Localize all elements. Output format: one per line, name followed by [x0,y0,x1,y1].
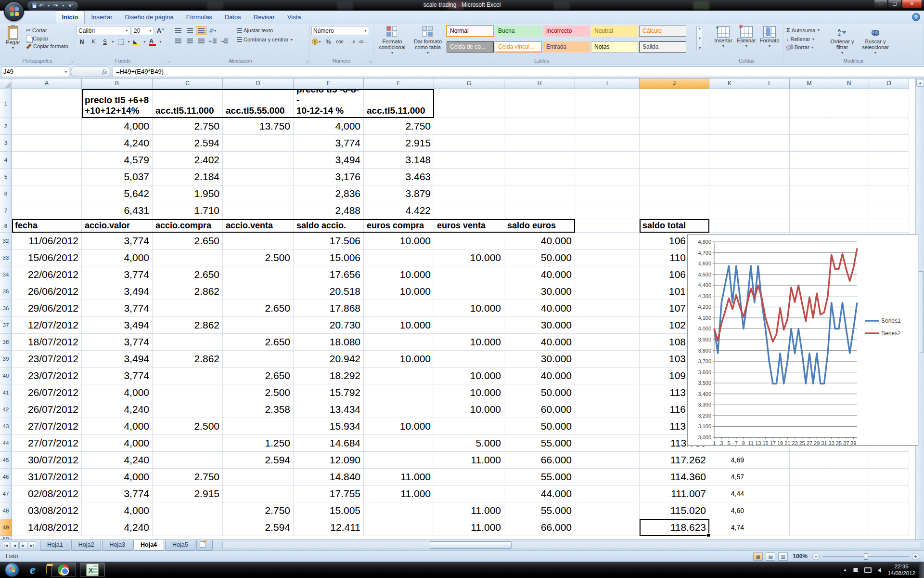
orientation-icon[interactable]: ab▼ [207,26,218,35]
cell-D2[interactable]: 13.750 [223,118,294,135]
cell-I47[interactable] [575,486,640,502]
font-size-combo[interactable]: 20▼ [132,26,154,35]
cell-D41[interactable]: 2.500 [223,384,294,401]
cell-F36[interactable] [364,300,434,317]
cell-J3[interactable] [640,135,709,152]
scroll-up-icon[interactable]: ▲ [916,79,924,87]
cell-K47[interactable]: 4,44 [709,486,750,502]
row-header-7[interactable]: 7 [0,202,12,219]
cell-A45[interactable]: 30/07/2012 [12,452,82,469]
cell-D42[interactable]: 2.358 [223,401,294,418]
cell-I49[interactable] [575,519,640,536]
cell-style-celda-vincul-[interactable]: Celda vincul... [495,41,542,53]
cell-B32[interactable]: 3,774 [82,233,153,250]
fill-color-dropdown-icon[interactable]: ▼ [143,40,146,43]
delete-cells-button[interactable]: ✕ Eliminar▼ [735,25,758,50]
cell-K45[interactable]: 4,69 [709,452,750,469]
cell-H39[interactable]: 30.000 [504,351,575,368]
format-painter-button[interactable]: Copiar formato [25,43,70,50]
prev-sheet-icon[interactable]: ◀ [11,541,19,549]
cell-E46[interactable]: 14.840 [294,469,364,486]
cell-G38[interactable]: 10.000 [434,334,504,351]
cell-G1[interactable] [434,89,504,118]
cell-M45[interactable] [790,452,829,469]
conditional-formatting-button[interactable]: Formato condicional▼ [375,25,410,57]
row-header-49[interactable]: 49 [0,519,12,536]
cell-G39[interactable] [434,351,504,368]
tab-revisar[interactable]: Revisar [247,11,281,24]
cell-L2[interactable] [750,118,790,135]
row-header-4[interactable]: 4 [0,152,12,169]
cell-N47[interactable] [829,486,869,502]
cell-B35[interactable]: 3,494 [82,283,153,300]
cell-C4[interactable]: 2.402 [153,152,223,169]
redo-dropdown-icon[interactable]: ▾ [62,1,64,10]
cell-A48[interactable]: 03/08/2012 [12,502,82,519]
cell-E43[interactable]: 15.934 [294,418,364,435]
cell-E34[interactable]: 17.656 [294,266,364,283]
cell-I48[interactable] [575,502,640,519]
cell-C33[interactable] [153,250,223,266]
wrap-text-button[interactable]: Ajustar texto [235,27,295,34]
cell-J6[interactable] [640,185,709,202]
cell-H47[interactable]: 44.000 [504,486,575,502]
file-explorer-icon[interactable] [46,565,47,574]
zoom-slider[interactable] [822,556,909,557]
cell-L6[interactable] [750,185,790,202]
merge-center-button[interactable]: Combinar y centrar▼ [235,36,295,43]
cell-I33[interactable] [575,250,640,266]
cell-style-buena[interactable]: Buena [495,26,542,37]
page-layout-view-icon[interactable]: ▤ [766,552,775,561]
cell-C7[interactable]: 1.710 [153,202,223,219]
internet-explorer-icon[interactable]: e [30,563,36,577]
cell-style-entrada[interactable]: Entrada [543,41,590,53]
row-header-41[interactable]: 41 [0,384,12,401]
number-format-combo[interactable]: Número▼ [311,26,369,35]
cell-D8[interactable]: accio.venta [223,219,294,233]
cell-N8[interactable] [829,219,869,233]
cell-B3[interactable]: 4,240 [82,135,153,152]
cell-H41[interactable]: 50.000 [504,384,575,401]
cell-C8[interactable]: accio.compra [153,219,223,233]
cell-N7[interactable] [829,202,869,219]
sheet-tab-hoja2[interactable]: Hoja2 [71,540,102,551]
cell-F47[interactable]: 11.000 [364,486,434,502]
column-header-D[interactable]: D [223,79,294,89]
cell-H32[interactable]: 40.000 [504,233,575,250]
cell-K49[interactable]: 4,74 [709,519,750,536]
undo-dropdown-icon[interactable]: ▾ [48,1,50,10]
column-header-E[interactable]: E [294,79,364,89]
zoom-in-icon[interactable]: + [912,553,919,560]
cell-K5[interactable] [709,169,750,185]
cell-F43[interactable]: 10.000 [364,418,434,435]
cell-D5[interactable] [223,169,294,185]
bold-button[interactable]: N [77,37,87,46]
excel-taskbar-button[interactable] [80,563,105,577]
cell-L4[interactable] [750,152,790,169]
chrome-taskbar-button[interactable] [51,563,76,577]
row-header-2[interactable]: 2 [0,118,12,135]
cell-I37[interactable] [575,317,640,334]
cell-M47[interactable] [790,486,829,502]
cell-O4[interactable] [869,152,909,169]
cell-B5[interactable]: 5,037 [82,169,153,185]
cell-E32[interactable]: 17.506 [294,233,364,250]
network-icon[interactable] [864,567,872,573]
insert-worksheet-tab[interactable]: ✶ [196,540,213,551]
grow-font-button[interactable]: A▲ [155,26,166,35]
horizontal-scrollbar[interactable] [222,541,921,549]
cell-E42[interactable]: 13.434 [294,401,364,418]
cell-B33[interactable]: 4,000 [82,250,153,266]
cell-H1[interactable] [504,89,575,118]
cell-K4[interactable] [709,152,750,169]
cell-E3[interactable]: 3,774 [294,135,364,152]
cell-A42[interactable]: 26/07/2012 [12,401,82,418]
cell-F6[interactable]: 3.879 [364,185,434,202]
cell-O46[interactable] [869,469,909,486]
cell-G5[interactable] [434,169,504,185]
underline-button[interactable]: S [100,37,110,46]
gallery-more-icon[interactable]: ▼̄ [697,46,703,50]
cell-L5[interactable] [750,169,790,185]
cell-E45[interactable]: 12.090 [294,452,364,469]
help-icon[interactable]: ? [912,13,920,21]
